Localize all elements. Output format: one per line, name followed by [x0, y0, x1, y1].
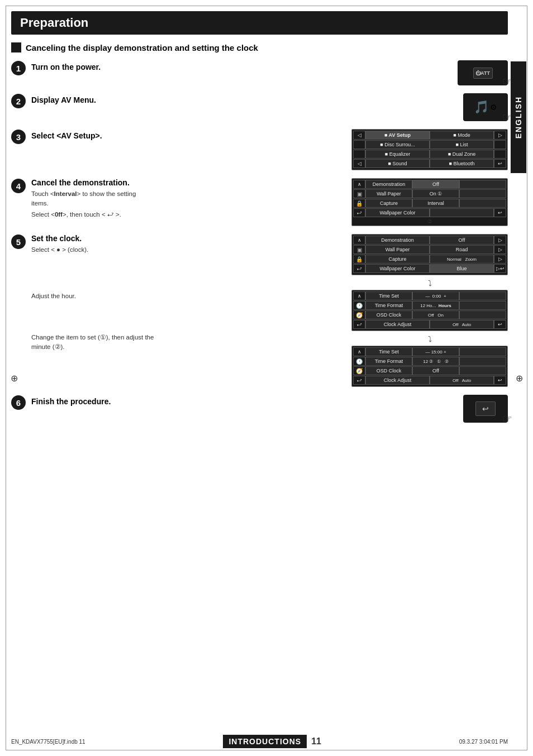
step-2-image: 🎵 ⚙ ☞: [463, 93, 508, 121]
step4-interval: Interval: [412, 199, 459, 208]
step4-blank3: [430, 208, 494, 217]
step-4-number: 4: [11, 179, 26, 193]
section-title: Canceling the display demonstration and …: [26, 43, 258, 52]
step-3-ui: ◁ ■ AV Setup ■ Mode ▷ ■ Disc Surrou... ■…: [351, 129, 508, 170]
equalizer-cell: ■ Equalizer: [365, 150, 430, 159]
file-info: EN_KDAVX7755[EU]f.indb 11: [11, 739, 85, 745]
bluetooth-cell: ■ Bluetooth: [430, 159, 494, 168]
page-number: 11: [311, 736, 321, 747]
step-3: 3 Select <AV Setup>. ◁ ■ AV Setup ■ Mode…: [11, 129, 508, 170]
step-1-number: 1: [11, 61, 26, 75]
step4-demonstration: Demonstration: [365, 180, 412, 189]
step-2-left: 2 Display AV Menu.: [11, 93, 463, 108]
nav-right-icon: ▷: [494, 131, 506, 140]
step4-blank2: [459, 199, 506, 208]
step-4-sub2: Select <0ff>, then touch < ⮐ >.: [31, 210, 136, 219]
step-5-sub1: Select < ● > (clock).: [31, 245, 154, 255]
section-icon: [11, 42, 21, 52]
reg-mark-right: ⊕: [513, 372, 525, 384]
step-5-title: Set the clock.: [31, 234, 154, 243]
time-format-label: Time Format: [365, 301, 412, 310]
step4-exit: ↩: [494, 208, 506, 217]
clock-adjust-label: Clock Adjust: [365, 320, 430, 329]
main-content: Preparation Canceling the display demons…: [11, 11, 508, 734]
av-setup-cell: ■ AV Setup: [365, 131, 430, 140]
step4-nav-up: ∧: [353, 180, 365, 189]
date-info: 09.3.27 3:04:01 PM: [459, 739, 508, 745]
section-heading: Canceling the display demonstration and …: [11, 42, 508, 52]
step4-arrow: [459, 180, 506, 189]
language-sidebar: ENGLISH: [511, 61, 526, 173]
step-1-image: ⏻ATT ☞: [458, 60, 508, 85]
step-4-sub1: Touch <Interval> to show the settingitem…: [31, 189, 136, 209]
step4-blank: [459, 189, 506, 198]
sound-cell: ■ Sound: [365, 159, 430, 168]
step-3-number: 3: [11, 130, 26, 144]
step-5: 5 Set the clock. Select < ● > (clock). A…: [11, 234, 508, 387]
introductions-badge: INTRODUCTIONS: [223, 735, 307, 748]
step-2-number: 2: [11, 94, 26, 108]
osd-clock-label: OSD Clock: [365, 310, 412, 319]
step-2: 2 Display AV Menu. 🎵 ⚙ ☞: [11, 93, 508, 121]
step4-lock-icon: 🔒: [353, 199, 365, 208]
step-4-title: Cancel the demonstration.: [31, 178, 136, 187]
step-1-title: Turn on the power.: [31, 63, 101, 71]
nav-blank2: [494, 140, 506, 149]
step4-back: ⮐: [353, 208, 365, 217]
step-6-number: 6: [11, 395, 26, 410]
dual-zone-cell: ■ Dual Zone: [430, 150, 494, 159]
step-5-uis: ∧ Demonstration Off ▷ ▣ Wall Paper Road …: [351, 234, 508, 387]
step-6-left: 6 Finish the procedure.: [11, 395, 463, 410]
nav-blank3: [353, 150, 365, 159]
step-3-title: Select <AV Setup>.: [31, 131, 102, 140]
step-3-left: 3 Select <AV Setup>.: [11, 129, 351, 144]
time-set-label: Time Set: [365, 291, 412, 300]
disc-surround-cell: ■ Disc Surrou...: [365, 140, 430, 149]
page-title: Preparation: [11, 11, 508, 35]
step-5-number: 5: [11, 235, 26, 249]
nav-exit-icon: ↩: [494, 159, 506, 168]
step4-wallpaper: Wall Paper: [365, 189, 412, 198]
step-4: 4 Cancel the demonstration. Touch <Inter…: [11, 178, 508, 226]
nav-left-icon: ◁: [353, 131, 365, 140]
step-4-ui: ∧ Demonstration Off ▣ Wall Paper On ① 🔒 …: [351, 178, 508, 226]
page-footer: EN_KDAVX7755[EU]f.indb 11 INTRODUCTIONS …: [11, 735, 508, 748]
step-6-image: ↩ ☞: [463, 395, 508, 423]
list-cell: ■ List: [430, 140, 494, 149]
language-label: ENGLISH: [514, 96, 523, 138]
step-2-title: Display AV Menu.: [31, 95, 96, 104]
step-5-sub3: Change the item to set (①), then adjust …: [31, 333, 154, 352]
nav-blank: [353, 140, 365, 149]
step4-capture: Capture: [365, 199, 412, 208]
step4-cam-icon: ▣: [353, 189, 365, 198]
step4-off: Off: [412, 180, 459, 189]
step-6-title: Finish the procedure.: [31, 397, 111, 406]
step-5-left: 5 Set the clock. Select < ● > (clock). A…: [11, 234, 351, 352]
mode-cell: ■ Mode: [430, 131, 494, 140]
step4-wallpaper-color: Wallpaper Color: [365, 208, 430, 217]
step4-on: On ①: [412, 189, 459, 198]
step-6: 6 Finish the procedure. ↩ ☞: [11, 395, 508, 423]
step-1: 1 Turn on the power. ⏻ATT ☞: [11, 60, 508, 85]
step-5-sub2: Adjust the hour.: [31, 291, 154, 301]
step-4-left: 4 Cancel the demonstration. Touch <Inter…: [11, 178, 351, 219]
nav-blank4: [494, 150, 506, 159]
nav-back-icon: ◁: [353, 159, 365, 168]
step-1-left: 1 Turn on the power.: [11, 60, 458, 75]
